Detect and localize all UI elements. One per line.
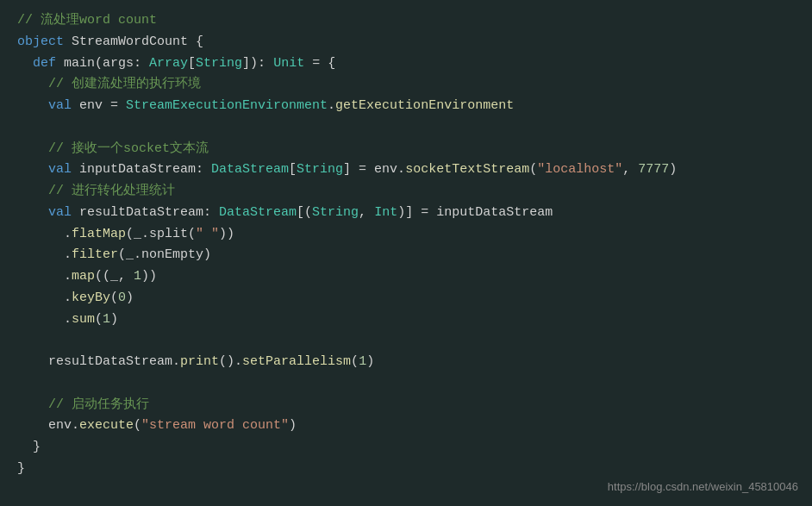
plain-8c: ] = env. — [343, 162, 405, 177]
plain-11b: )) — [219, 227, 234, 241]
keyword-val-2: val — [48, 162, 72, 177]
method-setpar: setParallelism — [242, 354, 351, 369]
method-gee: getExecutionEnvironment — [335, 98, 514, 113]
type-str3: String — [312, 205, 359, 220]
plain-17d: ) — [366, 354, 374, 369]
type-array: Array — [149, 56, 188, 71]
code-line-4: // 创建流处理的执行环境 — [17, 74, 795, 96]
plain-5: env = — [72, 98, 126, 113]
type-int: Int — [374, 205, 397, 220]
plain-2: StreamWordCount { — [64, 34, 203, 49]
method-print: print — [180, 354, 219, 369]
plain-20: env. — [48, 418, 79, 433]
plain-10b: [( — [297, 205, 312, 220]
plain-12: (_.nonEmpty) — [118, 247, 211, 262]
plain-10d: )] = inputDataStream — [397, 205, 553, 220]
code-line-17: resultDataStream.print().setParallelism(… — [17, 352, 795, 373]
plain-3c: ]): — [242, 56, 273, 71]
code-line-5: val env = StreamExecutionEnvironment.get… — [17, 96, 795, 117]
plain-13: ((_, — [95, 269, 134, 284]
plain-20c: ) — [289, 418, 297, 433]
method-sts: socketTextStream — [405, 162, 529, 177]
method-keyby: keyBy — [72, 290, 110, 305]
watermark: https://blog.csdn.net/weixin_45810046 — [608, 478, 798, 496]
plain-17c: ( — [351, 354, 359, 369]
comment-19: // 启动任务执行 — [48, 397, 149, 412]
plain-3: main(args: — [56, 56, 149, 71]
plain-8: inputDataStream: — [72, 162, 211, 177]
empty-line-1 — [17, 117, 795, 139]
code-line-9: // 进行转化处理统计 — [17, 181, 795, 203]
plain-3b: [ — [188, 56, 196, 71]
method-execute: execute — [79, 418, 134, 433]
code-line-12: .filter(_.nonEmpty) — [17, 245, 795, 266]
empty-line-3 — [17, 373, 795, 395]
plain-5b: . — [328, 98, 335, 113]
type-ds2: DataStream — [219, 205, 297, 220]
keyword-val-1: val — [48, 98, 72, 113]
plain-8d: ( — [529, 162, 537, 177]
plain-17: resultDataStream. — [48, 354, 180, 369]
code-line-15: .sum(1) — [17, 309, 795, 331]
code-line-2: object StreamWordCount { — [17, 32, 795, 53]
plain-10: resultDataStream: — [72, 205, 219, 220]
code-line-19: // 启动任务执行 — [17, 395, 795, 416]
code-line-13: .map((_, 1)) — [17, 266, 795, 288]
plain-21: } — [33, 440, 41, 454]
comment-1: // 流处理word count — [17, 13, 157, 28]
number-0: 0 — [118, 290, 126, 305]
plain-15: ( — [95, 312, 103, 327]
number-1b: 1 — [103, 312, 110, 327]
string-localhost: "localhost" — [537, 162, 622, 177]
plain-8e: , — [622, 162, 638, 177]
comment-7: // 接收一个socket文本流 — [48, 141, 209, 156]
empty-line-2 — [17, 330, 795, 352]
comment-9: // 进行转化处理统计 — [48, 184, 175, 198]
code-line-3: def main(args: Array[String]): Unit = { — [17, 53, 795, 75]
method-map: map — [72, 269, 95, 284]
code-editor: // 流处理word count object StreamWordCount … — [0, 0, 812, 506]
plain-20b: ( — [134, 418, 141, 433]
keyword-object: object — [17, 34, 64, 49]
number-1c: 1 — [359, 354, 366, 369]
plain-14: ( — [110, 290, 118, 305]
code-line-11: .flatMap(_.split(" ")) — [17, 224, 795, 246]
plain-13b: )) — [141, 269, 157, 284]
code-line-10: val resultDataStream: DataStream[(String… — [17, 203, 795, 224]
plain-8f: ) — [669, 162, 677, 177]
code-line-8: val inputDataStream: DataStream[String] … — [17, 159, 795, 181]
plain-15b: ) — [110, 312, 118, 327]
string-swc: "stream word count" — [141, 418, 289, 433]
string-space: " " — [196, 227, 219, 241]
plain-3d: = { — [304, 56, 335, 71]
plain-11: (_.split( — [126, 227, 196, 241]
code-line-14: .keyBy(0) — [17, 288, 795, 309]
plain-14b: ) — [126, 290, 134, 305]
code-line-1: // 流处理word count — [17, 10, 795, 32]
method-flatmap: flatMap — [72, 227, 126, 241]
type-unit: Unit — [273, 56, 304, 71]
number-1a: 1 — [134, 269, 141, 284]
keyword-def: def — [33, 56, 56, 71]
keyword-val-3: val — [48, 205, 72, 220]
number-7777: 7777 — [638, 162, 669, 177]
plain-22: } — [17, 461, 25, 476]
type-string: String — [196, 56, 242, 71]
plain-17b: (). — [219, 354, 242, 369]
type-str2: String — [297, 162, 343, 177]
plain-8b: [ — [289, 162, 297, 177]
method-sum: sum — [72, 312, 95, 327]
comment-4: // 创建流处理的执行环境 — [48, 77, 201, 91]
code-line-21: } — [17, 437, 795, 459]
code-line-20: env.execute("stream word count") — [17, 415, 795, 437]
type-see: StreamExecutionEnvironment — [126, 98, 328, 113]
method-filter: filter — [72, 247, 118, 262]
plain-10c: , — [359, 205, 374, 220]
type-ds1: DataStream — [211, 162, 289, 177]
code-line-7: // 接收一个socket文本流 — [17, 139, 795, 160]
